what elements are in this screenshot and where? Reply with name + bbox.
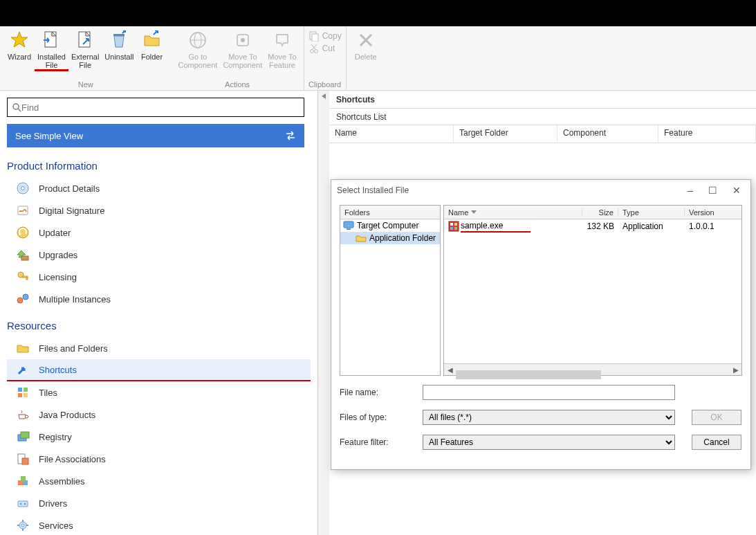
nav-registry[interactable]: Registry [7, 426, 311, 448]
svg-point-42 [20, 503, 22, 505]
ribbon-toolbar: Wizard Installed File External File Unin… [0, 26, 756, 91]
col-feature[interactable]: Feature [658, 125, 756, 143]
nav-digital-signature[interactable]: Digital Signature [7, 199, 311, 221]
svg-rect-33 [24, 393, 28, 397]
file-size-text: 132 KB [582, 221, 618, 231]
nav-assemblies[interactable]: Assemblies [7, 470, 311, 492]
find-box[interactable] [7, 98, 304, 117]
dialog-titlebar[interactable]: Select Installed File — ☐ ✕ [331, 180, 750, 201]
copy-button[interactable]: Copy [308, 30, 342, 42]
key-icon [14, 270, 32, 284]
nav-product-details[interactable]: Product Details [7, 177, 311, 199]
splitter[interactable] [318, 91, 329, 535]
nav-drivers[interactable]: Drivers [7, 492, 311, 514]
svg-rect-58 [454, 227, 457, 230]
assemblies-icon [14, 474, 32, 488]
cancel-button[interactable]: Cancel [692, 435, 741, 450]
svg-rect-51 [344, 221, 353, 228]
instances-icon [14, 292, 32, 306]
switch-icon [285, 131, 296, 140]
scroll-thumb[interactable] [456, 370, 601, 379]
uninstall-button[interactable]: Uninstall [102, 28, 136, 62]
scroll-left-button[interactable]: ◀ [444, 364, 456, 376]
tree-child-label: Application Folder [367, 233, 436, 243]
files-col-type[interactable]: Type [618, 208, 685, 217]
nav-licensing-label: Licensing [32, 272, 77, 282]
svg-rect-24 [21, 256, 28, 260]
delete-button[interactable]: Delete [351, 28, 381, 62]
folder-open-icon [14, 341, 32, 355]
svg-marker-0 [11, 32, 28, 47]
ribbon-group-clipboard-label: Clipboard [308, 80, 341, 89]
simple-view-label: See Simple View [15, 131, 83, 141]
nav-shortcuts[interactable]: Shortcuts [7, 359, 311, 381]
folder-button[interactable]: Folder [137, 28, 167, 62]
nav-java-products-label: Java Products [32, 410, 95, 420]
delete-x-icon [357, 29, 375, 51]
moveto-feature-label: Move To Feature [268, 53, 296, 69]
svg-point-29 [23, 294, 28, 300]
nav-services[interactable]: Services [7, 514, 311, 535]
ok-button[interactable]: OK [692, 410, 741, 425]
uninstall-label: Uninstall [104, 53, 133, 61]
trash-icon [110, 29, 128, 51]
external-file-button[interactable]: External File [68, 28, 102, 71]
featurefilter-select[interactable]: All Features [423, 435, 675, 450]
installed-file-button[interactable]: Installed File [35, 28, 68, 71]
nav-tiles[interactable]: Tiles [7, 381, 311, 403]
computer-icon [343, 221, 354, 230]
folder-small-icon [356, 233, 367, 243]
wizard-button[interactable]: Wizard [4, 28, 35, 62]
svg-rect-30 [18, 388, 22, 392]
files-pane: Name Size Type Version sample.exe 132 KB… [443, 205, 742, 376]
files-col-name[interactable]: Name [448, 208, 468, 217]
goto-component-button[interactable]: Go to Component [176, 28, 221, 71]
svg-rect-35 [21, 432, 29, 438]
find-input[interactable] [21, 102, 299, 113]
close-button[interactable]: ✕ [732, 185, 741, 196]
disc-icon [14, 181, 32, 195]
svg-rect-10 [312, 34, 318, 42]
shortcuts-list-label: Shortcuts List [329, 109, 756, 125]
svg-rect-52 [347, 228, 351, 230]
svg-point-45 [21, 524, 24, 527]
files-col-version[interactable]: Version [685, 208, 741, 217]
col-component[interactable]: Component [557, 125, 658, 143]
moveto-component-button[interactable]: Move To Component [220, 28, 265, 71]
minimize-button[interactable]: — [688, 185, 693, 196]
dialog-title-text: Select Installed File [337, 185, 409, 195]
nav-updater[interactable]: Updater [7, 221, 311, 244]
tree-application-folder[interactable]: Application Folder [340, 232, 440, 244]
moveto-feature-button[interactable]: Move To Feature [265, 28, 299, 71]
files-col-size[interactable]: Size [582, 208, 618, 217]
nav-updater-label: Updater [32, 228, 71, 238]
java-cup-icon [14, 408, 32, 421]
nav-files-folders[interactable]: Files and Folders [7, 337, 311, 359]
simple-view-button[interactable]: See Simple View [7, 124, 304, 147]
filetype-select[interactable]: All files (*.*) [423, 410, 675, 425]
tree-target-computer[interactable]: Target Computer [340, 219, 440, 232]
filename-input[interactable] [423, 385, 675, 400]
col-name[interactable]: Name [329, 125, 454, 143]
nav-multiple-instances-label: Multiple Instances [32, 294, 111, 305]
horizontal-scrollbar[interactable]: ◀ ▶ [444, 363, 741, 375]
nav-upgrades[interactable]: Upgrades [7, 244, 311, 266]
file-row-sample[interactable]: sample.exe 132 KB Application 1.0.0.1 [444, 219, 741, 233]
folder-icon [142, 29, 162, 51]
tree-root-label: Target Computer [354, 221, 418, 230]
maximize-button[interactable]: ☐ [708, 185, 717, 196]
scroll-right-button[interactable]: ▶ [730, 364, 741, 376]
nav-java-products[interactable]: Java Products [7, 403, 311, 426]
nav-services-label: Services [32, 520, 73, 531]
cut-button[interactable]: Cut [308, 43, 335, 54]
svg-point-11 [310, 50, 313, 53]
nav-files-folders-label: Files and Folders [32, 343, 108, 354]
nav-file-assoc[interactable]: File Associations [7, 448, 311, 470]
svg-marker-53 [471, 210, 477, 214]
svg-line-13 [312, 44, 317, 50]
file-type-text: Application [618, 221, 685, 231]
col-target-folder[interactable]: Target Folder [454, 125, 557, 143]
left-navigation-panel: See Simple View Product Information Prod… [0, 91, 318, 535]
nav-licensing[interactable]: Licensing [7, 266, 311, 288]
nav-multiple-instances[interactable]: Multiple Instances [7, 288, 311, 310]
